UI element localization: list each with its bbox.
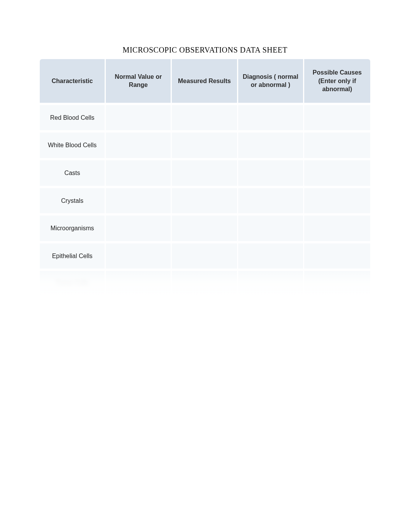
cell-measured[interactable] xyxy=(172,243,238,271)
cell-normal-value[interactable] xyxy=(106,133,172,160)
cell-normal-value[interactable] xyxy=(106,105,172,133)
cell-causes[interactable] xyxy=(304,271,370,296)
cell-normal-value[interactable] xyxy=(106,160,172,188)
cell-diagnosis[interactable] xyxy=(238,188,304,216)
cell-characteristic: Red Blood Cells xyxy=(40,105,106,133)
cell-measured[interactable] xyxy=(172,105,238,133)
cell-normal-value[interactable] xyxy=(106,243,172,271)
table-row: Crystals xyxy=(40,188,370,216)
cell-causes[interactable] xyxy=(304,160,370,188)
cell-measured[interactable] xyxy=(172,271,238,296)
header-possible-causes: Possible Causes (Enter only if abnormal) xyxy=(304,59,370,105)
cell-normal-value[interactable] xyxy=(106,216,172,243)
cell-characteristic: White Blood Cells xyxy=(40,133,106,160)
cell-measured[interactable] xyxy=(172,188,238,216)
table-header-row: Characteristic Normal Value or Range Mea… xyxy=(40,59,370,105)
cell-causes[interactable] xyxy=(304,133,370,160)
cell-diagnosis[interactable] xyxy=(238,160,304,188)
cell-characteristic: Tumor Cells xyxy=(40,271,106,296)
cell-measured[interactable] xyxy=(172,216,238,243)
cell-characteristic: Epithelial Cells xyxy=(40,243,106,271)
header-normal-value: Normal Value or Range xyxy=(106,59,172,105)
cell-normal-value[interactable] xyxy=(106,188,172,216)
cell-causes[interactable] xyxy=(304,243,370,271)
cell-causes[interactable] xyxy=(304,105,370,133)
cell-causes[interactable] xyxy=(304,188,370,216)
table-row: Red Blood Cells xyxy=(40,105,370,133)
table-row: Epithelial Cells xyxy=(40,243,370,271)
table-row: Microorganisms xyxy=(40,216,370,243)
cell-characteristic: Microorganisms xyxy=(40,216,106,243)
table-row: White Blood Cells xyxy=(40,133,370,160)
cell-measured[interactable] xyxy=(172,160,238,188)
table-row: Casts xyxy=(40,160,370,188)
cell-characteristic: Crystals xyxy=(40,188,106,216)
header-characteristic: Characteristic xyxy=(40,59,106,105)
cell-diagnosis[interactable] xyxy=(238,271,304,296)
cell-measured[interactable] xyxy=(172,133,238,160)
cell-causes[interactable] xyxy=(304,216,370,243)
cell-diagnosis[interactable] xyxy=(238,105,304,133)
cell-characteristic: Casts xyxy=(40,160,106,188)
cell-diagnosis[interactable] xyxy=(238,243,304,271)
table-row: Tumor Cells xyxy=(40,271,370,296)
cell-diagnosis[interactable] xyxy=(238,216,304,243)
cell-diagnosis[interactable] xyxy=(238,133,304,160)
header-diagnosis: Diagnosis ( normal or abnormal ) xyxy=(238,59,304,105)
header-measured-results: Measured Results xyxy=(172,59,238,105)
cell-normal-value[interactable] xyxy=(106,271,172,296)
observations-table: Characteristic Normal Value or Range Mea… xyxy=(40,59,370,296)
page-title: MICROSCOPIC OBSERVATIONS DATA SHEET xyxy=(0,0,410,59)
data-table-container: Characteristic Normal Value or Range Mea… xyxy=(40,59,370,296)
